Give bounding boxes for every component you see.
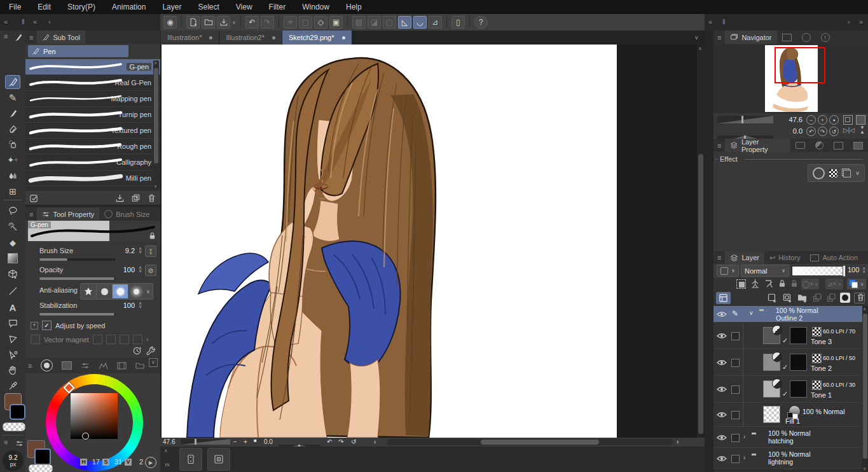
transparent-swatch[interactable] — [29, 464, 53, 472]
zoom-slider[interactable] — [181, 439, 230, 445]
opacity-dynamics-button[interactable]: ⊘ — [145, 265, 156, 276]
tool-object[interactable] — [5, 348, 20, 362]
layer-visible-icon[interactable] — [717, 434, 727, 441]
tab-illustration2[interactable]: Illustration2* — [219, 31, 282, 45]
scroll-left-icon[interactable]: ‹ — [48, 18, 51, 25]
scroll-up-icon[interactable]: ∧ — [863, 307, 866, 312]
tool-property-tab[interactable]: Tool Property — [37, 207, 99, 221]
zoom-in-button[interactable]: + — [244, 438, 247, 445]
menu-layer[interactable]: Layer — [162, 3, 181, 11]
subtool-menu-icon[interactable]: ≡ — [25, 34, 37, 41]
nav-fit-screen-icon[interactable] — [843, 115, 853, 125]
layer-row-tone1[interactable]: ✓ 60.0 LPI / 30 Tone 1 — [713, 376, 868, 403]
brush-size-indicator[interactable]: 9.2px — [3, 450, 24, 471]
sv-square[interactable] — [71, 393, 118, 439]
hscroll-thumb[interactable] — [481, 440, 599, 445]
layer-color-button[interactable]: ∨ — [847, 279, 866, 289]
sub-view-dock-button[interactable] — [179, 448, 202, 471]
nav-zoom-in-button[interactable]: + — [818, 115, 827, 125]
layer-row-fill1[interactable]: 100 % Normal Fill 1 — [713, 403, 868, 427]
menu-filter[interactable]: Filter — [269, 3, 286, 11]
enable-mask-button[interactable]: ◯×∨ — [801, 279, 819, 289]
tool-blend[interactable] — [5, 169, 20, 183]
layer-opacity-slider[interactable] — [792, 266, 846, 276]
layer-visible-icon[interactable] — [717, 333, 727, 339]
anti-aliasing-dropdown-icon[interactable]: ∨ — [144, 289, 153, 295]
stroke-tab[interactable] — [810, 139, 829, 152]
menu-view[interactable]: View — [236, 3, 252, 11]
undo-button[interactable]: ↶ — [245, 16, 259, 29]
layer-checkbox[interactable] — [731, 434, 740, 442]
refresh-button[interactable]: ✳ — [284, 16, 297, 29]
tab-illustration[interactable]: Illustration* — [161, 31, 219, 45]
reset-rotation-button[interactable]: ↺ — [351, 438, 356, 445]
tool-settings-wrench-icon[interactable] — [146, 346, 156, 356]
lock-transparent-icon[interactable] — [790, 279, 799, 288]
layer-row-hatching[interactable]: › 100 % Normal hatching — [713, 427, 868, 448]
zoom-out-button[interactable]: − — [233, 438, 237, 445]
subtool-item-real-g-pen[interactable]: Real G-Pen — [25, 75, 160, 91]
expand-folder-icon[interactable]: › — [743, 433, 745, 440]
reset-tool-icon[interactable] — [132, 346, 142, 356]
tool-eyedropper[interactable] — [5, 378, 20, 392]
layer-checkbox[interactable] — [731, 455, 740, 463]
color-dock-menu-icon[interactable]: ≡ — [28, 362, 32, 370]
layer-checkbox[interactable] — [731, 411, 740, 419]
hscroll-right-button[interactable]: › — [677, 438, 679, 445]
effect-dropdown-icon[interactable]: ∨ — [855, 170, 860, 176]
import-subtool-icon[interactable] — [115, 193, 125, 203]
subtool-item-milli-pen[interactable]: Milli pen — [25, 170, 160, 186]
brush-size-slider[interactable] — [39, 258, 116, 261]
tool-move-hand[interactable] — [5, 363, 20, 377]
layer-scrollbar[interactable]: ∧ ∨ — [862, 306, 868, 472]
layer-visible-icon[interactable] — [717, 359, 727, 366]
new-file-button[interactable] — [186, 16, 200, 29]
draft-layer-icon[interactable] — [764, 279, 773, 288]
tab-close-dot[interactable] — [272, 36, 275, 39]
nav-zoom-slider[interactable] — [717, 116, 773, 123]
layer-visible-icon[interactable] — [717, 455, 727, 462]
collapse-right-dock-icon[interactable]: « — [708, 18, 712, 25]
save-dropdown-icon[interactable]: ∨ — [232, 20, 236, 25]
opacity-value[interactable]: 100 — [118, 266, 135, 274]
expand-folder-icon[interactable]: › — [743, 454, 745, 461]
indicator-sliders-icon[interactable] — [15, 440, 24, 448]
subtool-item-turnip-pen[interactable]: Turnip pen — [25, 107, 160, 123]
nav-zoom-handle[interactable] — [741, 116, 743, 123]
tool-gradient[interactable] — [5, 251, 20, 265]
layer-palette-toggle-button[interactable] — [716, 292, 731, 304]
palette-color-dropdown[interactable]: ∨ — [717, 265, 739, 277]
layer-name[interactable]: Tone 3 — [811, 338, 832, 345]
dock-collapse-icon[interactable]: ∨ — [149, 358, 158, 367]
layer-row-partial[interactable]: ··· — [713, 469, 868, 472]
layer-name[interactable]: Tone 2 — [811, 364, 832, 372]
nav-actual-size-icon[interactable] — [856, 115, 865, 125]
delete-subtool-icon[interactable] — [147, 193, 156, 203]
layer-checkbox[interactable] — [731, 332, 740, 340]
scroll-down-icon[interactable]: ∨ — [863, 466, 866, 471]
search-layer-tab2[interactable] — [848, 139, 868, 152]
stabilization-slider[interactable] — [39, 313, 116, 316]
tool-figure-grid[interactable]: ⊞ — [5, 184, 20, 198]
expand-plus-icon[interactable]: + — [31, 322, 38, 330]
layer-thumbnail[interactable] — [790, 380, 807, 398]
color-set-tab-icon[interactable] — [62, 361, 72, 370]
menu-select[interactable]: Select — [198, 3, 219, 11]
history-tab[interactable]: ↩History — [764, 251, 805, 264]
delete-layer-icon[interactable] — [856, 293, 865, 302]
auto-action-tab[interactable]: Auto Action — [805, 251, 863, 264]
nav-zoom-out-button[interactable]: − — [806, 115, 816, 125]
tool-property-menu-icon[interactable]: ≡ — [25, 211, 37, 218]
subtool-group-pen[interactable]: Pen — [28, 45, 128, 57]
layer-visible-icon[interactable] — [717, 386, 727, 392]
vscroll-thumb[interactable] — [698, 154, 703, 434]
csp-logo-button[interactable]: ◉ — [163, 16, 177, 29]
color-slider-tab-icon[interactable] — [81, 361, 90, 370]
search-layer-tab[interactable] — [829, 139, 848, 152]
vector-magnet-expand-icon[interactable]: › — [146, 336, 148, 343]
layer-row-tone3[interactable]: ✓ 60.0 LPI / 70 Tone 3 — [713, 323, 868, 349]
collapse-folder-icon[interactable]: ∨ — [749, 310, 754, 316]
layer-property-tab[interactable]: Layer Property — [725, 139, 790, 152]
new-vector-layer-icon[interactable] — [782, 293, 792, 303]
tool-pencil[interactable]: ✎ — [5, 91, 20, 105]
